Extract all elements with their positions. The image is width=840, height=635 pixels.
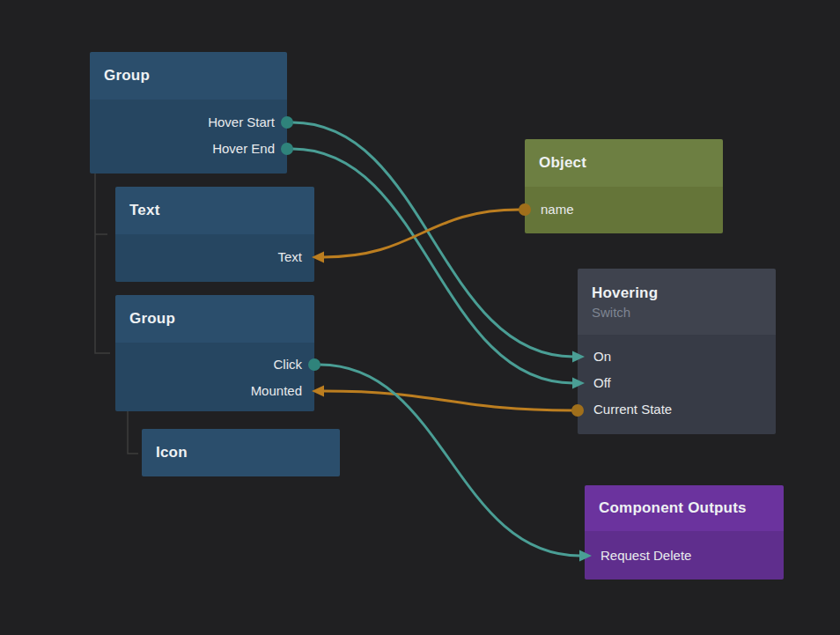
node-header[interactable]: Hovering Switch (578, 269, 776, 335)
node-body: Request Delete (585, 531, 784, 580)
port-name[interactable]: name (525, 196, 723, 223)
node-subtitle: Switch (592, 305, 762, 320)
node-body: On Off Current State (578, 335, 776, 434)
node-header[interactable]: Group (115, 295, 314, 343)
node-header[interactable]: Group (90, 52, 287, 100)
connection-wire[interactable] (323, 210, 519, 257)
node-hovering-switch[interactable]: Hovering Switch On Off Current State (578, 269, 776, 434)
node-header[interactable]: Component Outputs (585, 485, 784, 531)
port-hover-start[interactable]: Hover Start (90, 109, 287, 136)
node-body: Text (115, 234, 314, 282)
node-body: Click Mounted (115, 343, 314, 411)
hierarchy-connector (95, 174, 110, 353)
node-graph-canvas[interactable]: Group Hover Start Hover End Text Text Gr… (0, 0, 840, 635)
node-header[interactable]: Text (115, 187, 314, 234)
hierarchy-connector (128, 411, 138, 454)
node-icon[interactable]: Icon (142, 429, 340, 476)
node-title: Text (129, 202, 300, 219)
node-object[interactable]: Object name (525, 139, 723, 233)
node-title: Hovering (592, 284, 762, 302)
connection-wire[interactable] (323, 391, 572, 410)
node-body: Hover Start Hover End (90, 100, 287, 174)
node-group-1[interactable]: Group Hover Start Hover End (90, 52, 287, 174)
node-title: Group (129, 310, 300, 328)
node-component-outputs[interactable]: Component Outputs Request Delete (585, 485, 784, 580)
port-mounted[interactable]: Mounted (115, 378, 314, 404)
connection-wire[interactable] (320, 365, 580, 556)
port-click[interactable]: Click (115, 351, 314, 378)
node-body: name (525, 187, 723, 233)
node-title: Object (539, 154, 709, 172)
node-title: Group (104, 67, 273, 85)
port-hover-end[interactable]: Hover End (90, 136, 287, 162)
node-title: Icon (156, 444, 326, 461)
node-text[interactable]: Text Text (115, 187, 314, 282)
port-text[interactable]: Text (115, 244, 314, 270)
port-request-delete[interactable]: Request Delete (585, 543, 784, 569)
port-current-state[interactable]: Current State (578, 396, 776, 423)
node-header[interactable]: Object (525, 139, 723, 187)
node-group-2[interactable]: Group Click Mounted (115, 295, 314, 411)
port-on[interactable]: On (578, 343, 776, 370)
node-title: Component Outputs (599, 499, 770, 517)
port-off[interactable]: Off (578, 370, 776, 396)
